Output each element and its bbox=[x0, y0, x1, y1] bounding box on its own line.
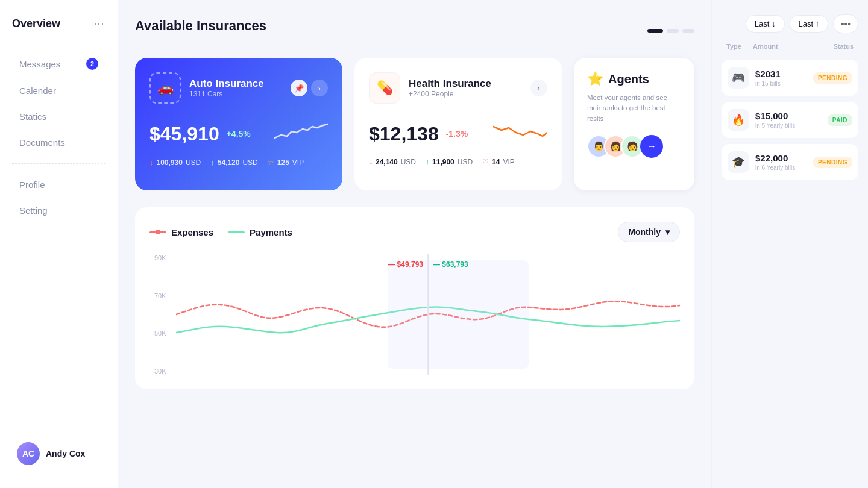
dropdown-icon: ▾ bbox=[665, 227, 670, 237]
transaction-item[interactable]: 🔥 $15,000 in 5 Yearly bills PAID bbox=[722, 102, 858, 138]
health-stats-row: ↓ 24,140 USD ↑ 11,900 USD ♡ 14 VIP bbox=[369, 158, 547, 166]
health-stat2-value: 11,900 bbox=[432, 158, 454, 166]
health-heart-icon: ♡ bbox=[482, 158, 489, 166]
health-label-group: Health Insurance +2400 People bbox=[409, 78, 491, 98]
sidebar-item-messages[interactable]: Messages 2 bbox=[12, 52, 105, 76]
y-label-30k: 30K bbox=[154, 368, 166, 375]
sidebar-title: Overview bbox=[12, 17, 60, 30]
sidebar-item-calendar[interactable]: Calender bbox=[12, 80, 105, 102]
filter-last-up-button[interactable]: Last ↑ bbox=[790, 15, 829, 33]
down-arrow-icon: ↓ bbox=[149, 158, 154, 167]
y-label-90k: 90K bbox=[154, 254, 166, 261]
filter-more-button[interactable]: ••• bbox=[833, 14, 858, 33]
pagination-dots bbox=[647, 29, 694, 33]
more-dots-icon: ••• bbox=[841, 19, 851, 29]
transaction-amount-group-1: $2031 in 15 bills bbox=[755, 69, 807, 87]
agents-card: ⭐ Agents Meet your agents and see their … bbox=[574, 58, 694, 190]
calendar-label: Calender bbox=[19, 86, 56, 96]
avatar: AC bbox=[17, 442, 40, 465]
filter-row: Last ↓ Last ↑ ••• bbox=[722, 14, 858, 33]
tx-amount-1: $2031 bbox=[755, 69, 807, 79]
agents-description: Meet your agents and see their ranks to … bbox=[587, 93, 681, 124]
tx-sub-3: in 6 Yearly bills bbox=[755, 164, 807, 171]
star-icon: ⭐ bbox=[587, 71, 603, 87]
tx-sub-2: in 5 Yearly bills bbox=[755, 122, 822, 129]
tx-badge-3: PENDING bbox=[813, 157, 852, 168]
auto-label-group: Auto Insurance 1311 Cars bbox=[189, 78, 264, 98]
auto-stat3-unit: VIP bbox=[292, 158, 304, 167]
transaction-item[interactable]: 🎮 $2031 in 15 bills PENDING bbox=[722, 60, 858, 96]
tx-badge-1: PENDING bbox=[813, 72, 852, 84]
sidebar-item-statics[interactable]: Statics bbox=[12, 105, 105, 128]
tx-sub-1: in 15 bills bbox=[755, 80, 807, 87]
health-stat-3: ♡ 14 VIP bbox=[482, 158, 515, 166]
sidebar-nav: Messages 2 Calender Statics Documents Pr… bbox=[12, 52, 105, 436]
stats-header: Expenses Payments Monthly ▾ bbox=[149, 222, 680, 242]
auto-stat3-value: 125 bbox=[277, 158, 289, 167]
auto-stat-1: ↓ 100,930 USD bbox=[149, 158, 201, 167]
agents-title-row: ⭐ Agents bbox=[587, 71, 649, 87]
sidebar-user[interactable]: AC Andy Cox bbox=[12, 436, 105, 471]
health-stat3-unit: VIP bbox=[503, 158, 514, 166]
tx-badge-2: PAID bbox=[828, 114, 852, 126]
available-insurances-title: Available Insurances bbox=[135, 18, 266, 34]
transaction-list: 🎮 $2031 in 15 bills PENDING 🔥 $15,000 in… bbox=[722, 60, 858, 180]
chart-highlight-box bbox=[388, 260, 529, 369]
auto-mini-chart bbox=[274, 120, 328, 147]
chart-svg-container: — $49,793 — $63,793 bbox=[176, 254, 680, 375]
auto-icon-label: 🚗 Auto Insurance 1311 Cars bbox=[149, 72, 264, 104]
health-stat3-value: 14 bbox=[492, 158, 500, 166]
auto-subtitle: 1311 Cars bbox=[189, 90, 264, 98]
transaction-icon-2: 🔥 bbox=[728, 109, 749, 131]
profile-label: Profile bbox=[19, 180, 45, 190]
insurance-cards: 🚗 Auto Insurance 1311 Cars 📌 › $45,910 +… bbox=[135, 58, 694, 190]
payments-line-icon bbox=[228, 231, 245, 233]
transaction-amount-group-2: $15,000 in 5 Yearly bills bbox=[755, 111, 822, 129]
table-header: Type Amount Status bbox=[722, 43, 858, 50]
health-stat-2: ↑ 11,900 USD bbox=[426, 158, 473, 166]
payments-label: Payments bbox=[250, 227, 292, 237]
auto-stat-3: ☆ 125 VIP bbox=[268, 158, 304, 167]
expenses-label: Expenses bbox=[171, 227, 213, 237]
sidebar-item-setting[interactable]: Setting bbox=[12, 199, 105, 222]
transaction-item[interactable]: 🎓 $22,000 in 6 Yearly bills PENDING bbox=[722, 144, 858, 180]
more-options-icon[interactable]: ⋯ bbox=[93, 17, 105, 30]
health-card-header: 💊 Health Insurance +2400 People › bbox=[369, 72, 547, 104]
health-title: Health Insurance bbox=[409, 78, 491, 90]
dot-3 bbox=[682, 29, 694, 33]
legend-payments: Payments bbox=[228, 227, 292, 237]
auto-stat-2: ↑ 54,120 USD bbox=[210, 158, 258, 167]
auto-amount-row: $45,910 +4.5% bbox=[149, 120, 328, 147]
health-stat1-unit: USD bbox=[401, 158, 416, 166]
tooltip-expenses-value: — $49,793 bbox=[388, 260, 423, 269]
agent-avatars: 👨 👩 🧑 → bbox=[587, 135, 663, 158]
y-axis-labels: 90K 70K 50K 30K bbox=[149, 254, 171, 375]
auto-prev-arrow[interactable]: 📌 bbox=[291, 80, 307, 96]
y-label-50k: 50K bbox=[154, 330, 166, 337]
dot-2 bbox=[667, 29, 679, 33]
health-amount: $12,138 bbox=[369, 123, 439, 145]
sidebar-header: Overview ⋯ bbox=[12, 17, 105, 30]
sidebar-item-documents[interactable]: Documents bbox=[12, 131, 105, 154]
monthly-selector[interactable]: Monthly ▾ bbox=[618, 222, 680, 242]
col-type: Type bbox=[726, 43, 748, 50]
user-name: Andy Cox bbox=[46, 449, 85, 458]
transaction-icon-3: 🎓 bbox=[728, 151, 749, 173]
agents-navigate-button[interactable]: → bbox=[640, 135, 663, 158]
filter-last-down-button[interactable]: Last ↓ bbox=[746, 15, 785, 33]
auto-next-arrow[interactable]: › bbox=[311, 80, 328, 96]
tx-amount-3: $22,000 bbox=[755, 153, 807, 163]
health-insurance-card: 💊 Health Insurance +2400 People › $12,13… bbox=[354, 58, 562, 190]
messages-label: Messages bbox=[19, 59, 60, 69]
auto-stats-row: ↓ 100,930 USD ↑ 54,120 USD ☆ 125 VIP bbox=[149, 158, 328, 167]
tooltip-payments-value: — $63,793 bbox=[433, 260, 468, 269]
health-next-arrow[interactable]: › bbox=[530, 80, 547, 96]
messages-badge: 2 bbox=[86, 58, 98, 70]
health-stat-1: ↓ 24,140 USD bbox=[369, 158, 416, 166]
sidebar-item-profile[interactable]: Profile bbox=[12, 174, 105, 196]
auto-change: +4.5% bbox=[227, 129, 251, 139]
health-icon-label: 💊 Health Insurance +2400 People bbox=[369, 72, 491, 104]
y-label-70k: 70K bbox=[154, 292, 166, 299]
health-mini-chart bbox=[493, 120, 547, 147]
auto-insurance-card: 🚗 Auto Insurance 1311 Cars 📌 › $45,910 +… bbox=[135, 58, 342, 190]
